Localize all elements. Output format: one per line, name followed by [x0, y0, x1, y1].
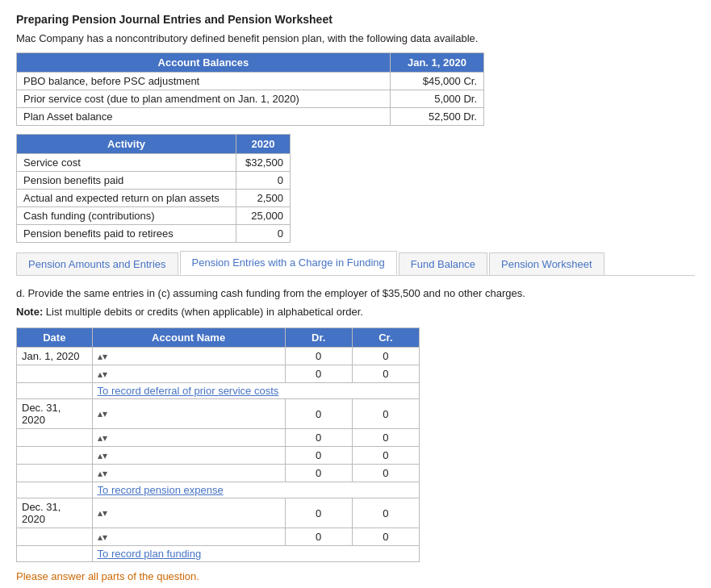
journal-date-cell: Dec. 31, 2020 — [17, 498, 93, 528]
journal-account-cell[interactable]: ▴▾ — [92, 528, 285, 546]
journal-cr-cell[interactable]: 0 — [352, 447, 419, 465]
journal-cr-cell[interactable]: 0 — [352, 348, 419, 365]
journal-dr-cell[interactable]: 0 — [285, 498, 352, 528]
journal-dr-cell[interactable]: 0 — [285, 429, 352, 447]
journal-date-cell — [17, 465, 93, 482]
ab-header-label: Account Balances — [17, 53, 391, 73]
journal-date-cell — [17, 365, 93, 383]
table-row: PBO balance, before PSC adjustment $45,0… — [17, 73, 484, 90]
journal-account-cell[interactable]: ▴▾ — [92, 399, 285, 429]
act-header-year: 2020 — [236, 135, 291, 154]
intro-text: Mac Company has a noncontributory define… — [16, 32, 695, 44]
journal-header-date: Date — [17, 328, 93, 348]
journal-link-cell[interactable]: To record deferral of prior service cost… — [92, 383, 419, 399]
tab-fund-balance[interactable]: Fund Balance — [399, 252, 487, 275]
journal-link-cell[interactable]: To record pension expense — [92, 482, 419, 498]
journal-cr-cell[interactable]: 0 — [352, 429, 419, 447]
page-title: Preparing Pension Journal Entries and Pe… — [16, 13, 695, 26]
table-row: To record plan funding — [17, 546, 420, 562]
act-row1-label: Service cost — [17, 154, 236, 172]
ab-row1-value: $45,000 Cr. — [390, 73, 483, 90]
table-row: To record deferral of prior service cost… — [17, 383, 420, 399]
act-row4-label: Cash funding (contributions) — [17, 207, 236, 225]
ab-row2-label: Prior service cost (due to plan amendmen… — [17, 90, 391, 108]
act-header-label: Activity — [17, 135, 236, 154]
table-row: Actual and expected return on plan asset… — [17, 190, 291, 207]
table-row: Pension benefits paid 0 — [17, 172, 291, 190]
journal-account-cell[interactable]: ▴▾ — [92, 365, 285, 383]
journal-account-cell[interactable]: ▴▾ — [92, 498, 285, 528]
journal-date-cell — [17, 429, 93, 447]
act-row2-label: Pension benefits paid — [17, 172, 236, 190]
table-row: Cash funding (contributions) 25,000 — [17, 207, 291, 225]
journal-date-cell: Dec. 31, 2020 — [17, 399, 93, 429]
tab-pension-worksheet[interactable]: Pension Worksheet — [489, 252, 604, 275]
journal-account-cell[interactable]: ▴▾ — [92, 429, 285, 447]
journal-cr-cell[interactable]: 0 — [352, 498, 419, 528]
journal-date-cell: Jan. 1, 2020 — [17, 348, 93, 365]
table-row: Service cost $32,500 — [17, 154, 291, 172]
ab-row3-value: 52,500 Dr. — [390, 108, 483, 126]
table-row: Jan. 1, 2020▴▾00 — [17, 348, 420, 365]
journal-header-account: Account Name — [92, 328, 285, 348]
journal-account-cell[interactable]: ▴▾ — [92, 447, 285, 465]
please-answer: Please answer all parts of the question. — [16, 570, 695, 582]
journal-date-cell — [17, 528, 93, 546]
table-row: ▴▾00 — [17, 365, 420, 383]
act-row3-value: 2,500 — [236, 190, 291, 207]
table-row: ▴▾00 — [17, 465, 420, 482]
journal-cr-cell[interactable]: 0 — [352, 365, 419, 383]
account-balances-table: Account Balances Jan. 1, 2020 PBO balanc… — [16, 52, 484, 126]
table-row: Plan Asset balance 52,500 Dr. — [17, 108, 484, 126]
note-rest: List multiple debits or credits (when ap… — [46, 306, 363, 318]
table-row: To record pension expense — [17, 482, 420, 498]
act-row1-value: $32,500 — [236, 154, 291, 172]
journal-account-cell[interactable]: ▴▾ — [92, 465, 285, 482]
journal-header-dr: Dr. — [285, 328, 352, 348]
journal-dr-cell[interactable]: 0 — [285, 365, 352, 383]
journal-cr-cell[interactable]: 0 — [352, 528, 419, 546]
journal-dr-cell[interactable]: 0 — [285, 399, 352, 429]
ab-row2-value: 5,000 Dr. — [390, 90, 483, 108]
journal-dr-cell[interactable]: 0 — [285, 528, 352, 546]
table-row: Dec. 31, 2020▴▾00 — [17, 399, 420, 429]
journal-dr-cell[interactable]: 0 — [285, 465, 352, 482]
ab-row1-label: PBO balance, before PSC adjustment — [17, 73, 391, 90]
ab-header-date: Jan. 1, 2020 — [390, 53, 483, 73]
table-row: Pension benefits paid to retirees 0 — [17, 225, 291, 243]
note-text: Note: List multiple debits or credits (w… — [16, 306, 695, 318]
tab-pension-amounts[interactable]: Pension Amounts and Entries — [16, 252, 178, 275]
table-row: ▴▾00 — [17, 429, 420, 447]
table-row: Dec. 31, 2020▴▾00 — [17, 498, 420, 528]
journal-table: Date Account Name Dr. Cr. Jan. 1, 2020▴▾… — [16, 327, 420, 562]
journal-dr-cell[interactable]: 0 — [285, 348, 352, 365]
act-row5-label: Pension benefits paid to retirees — [17, 225, 236, 243]
act-row4-value: 25,000 — [236, 207, 291, 225]
section-text: d. Provide the same entries in (c) assum… — [16, 287, 695, 299]
journal-account-cell[interactable]: ▴▾ — [92, 348, 285, 365]
ab-row3-label: Plan Asset balance — [17, 108, 391, 126]
activity-table: Activity 2020 Service cost $32,500 Pensi… — [16, 134, 291, 243]
journal-header-cr: Cr. — [352, 328, 419, 348]
table-row: ▴▾00 — [17, 447, 420, 465]
journal-dr-cell[interactable]: 0 — [285, 447, 352, 465]
note-bold: Note: — [16, 306, 43, 318]
tab-pension-entries-charge[interactable]: Pension Entries with a Charge in Funding — [180, 251, 397, 275]
table-row: ▴▾00 — [17, 528, 420, 546]
act-row2-value: 0 — [236, 172, 291, 190]
table-row: Prior service cost (due to plan amendmen… — [17, 90, 484, 108]
journal-link-cell[interactable]: To record plan funding — [92, 546, 419, 562]
tabs-row: Pension Amounts and Entries Pension Entr… — [16, 251, 695, 276]
journal-cr-cell[interactable]: 0 — [352, 465, 419, 482]
journal-date-cell — [17, 447, 93, 465]
act-row3-label: Actual and expected return on plan asset… — [17, 190, 236, 207]
act-row5-value: 0 — [236, 225, 291, 243]
journal-cr-cell[interactable]: 0 — [352, 399, 419, 429]
